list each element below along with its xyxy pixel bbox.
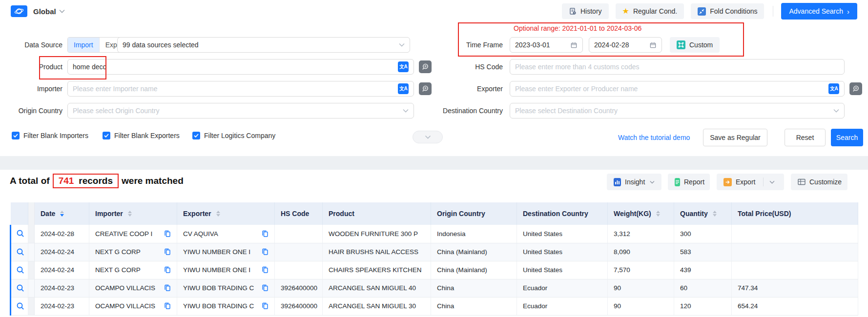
sort-icon[interactable]	[60, 211, 64, 217]
copy-icon[interactable]	[262, 230, 269, 238]
report-button[interactable]: Report	[668, 174, 710, 190]
sort-icon[interactable]	[128, 211, 132, 217]
checkbox-label: Filter Blank Importers	[23, 132, 88, 139]
table-row[interactable]: 2024-02-24 NEXT G CORP YIWU NUMBER ONE I…	[11, 243, 858, 261]
row-gutter	[28, 297, 35, 315]
copy-icon[interactable]	[164, 284, 171, 292]
copy-icon[interactable]	[164, 302, 171, 310]
cell-date: 2024-02-23	[35, 297, 89, 315]
chevron-down-icon[interactable]	[769, 180, 775, 184]
cell-exporter: CV AQUIVA	[177, 225, 275, 243]
time-frame-label: Time Frame	[430, 37, 503, 53]
end-date-input[interactable]: 2024-02-28	[589, 37, 662, 53]
hs-code-input[interactable]	[515, 59, 839, 74]
region-selector[interactable]: Global	[33, 7, 56, 16]
copy-icon[interactable]	[164, 248, 171, 256]
cell-exporter: YIWU NUMBER ONE I	[177, 243, 275, 261]
copy-icon[interactable]	[262, 284, 269, 292]
column-header-weight-kg[interactable]: Weight(KG)	[608, 202, 674, 225]
history-button[interactable]: History	[562, 3, 609, 19]
search-button[interactable]: Search	[831, 129, 863, 146]
exporter-input[interactable]	[515, 81, 828, 96]
save-as-regular-button[interactable]: Save as Regular	[703, 129, 767, 146]
chevron-down-icon[interactable]	[59, 9, 65, 13]
table-row[interactable]: 2024-02-23 OCAMPO VILLACIS YIWU BOB TRAD…	[11, 297, 858, 315]
filter-blank-exporters-checkbox[interactable]: Filter Blank Exporters	[103, 132, 180, 139]
copy-icon[interactable]	[262, 302, 269, 310]
search-icon[interactable]	[16, 284, 25, 293]
import-tab[interactable]: Import	[68, 38, 99, 52]
product-input[interactable]	[73, 59, 398, 74]
row-detail-cell[interactable]	[11, 297, 28, 315]
product-label: Product	[0, 59, 62, 75]
search-icon[interactable]	[16, 266, 25, 275]
copy-icon[interactable]	[262, 248, 269, 256]
checkbox-label: Filter Blank Exporters	[114, 132, 180, 139]
translate-icon[interactable]: 文A	[398, 61, 409, 72]
optional-range-text: Optional range: 2021-01-01 to 2024-03-06	[514, 24, 641, 32]
copy-icon[interactable]	[164, 230, 171, 238]
cell-quantity: 583	[674, 243, 732, 261]
row-detail-cell[interactable]	[11, 279, 28, 297]
column-label: Origin Country	[437, 210, 485, 218]
cell-date: 2024-02-24	[35, 243, 89, 261]
custom-range-button[interactable]: Custom	[670, 37, 720, 53]
cell-product: HAIR BRUSHS NAIL ACCESS	[323, 243, 431, 261]
row-detail-cell[interactable]	[11, 243, 28, 261]
data-sources-dropdown[interactable]: 99 data sources selected	[117, 37, 410, 53]
cell-hs-code	[275, 243, 323, 261]
copy-icon[interactable]	[262, 266, 269, 274]
column-header-date[interactable]: Date	[35, 202, 89, 225]
cell-quantity: 439	[674, 261, 732, 279]
fold-conditions-button[interactable]: Fold Conditions	[691, 3, 764, 19]
collapse-conditions-pill[interactable]	[413, 131, 443, 143]
column-header-exporter[interactable]: Exporter	[177, 202, 275, 225]
importer-input[interactable]	[73, 81, 398, 96]
table-row[interactable]: 2024-02-28 CREATIVE COOP I CV AQUIVA WOO…	[11, 225, 858, 243]
export-button[interactable]: Export	[717, 174, 784, 190]
exact-match-icon[interactable]	[849, 82, 862, 95]
row-detail-cell[interactable]	[11, 225, 28, 243]
data-source-label: Data Source	[0, 37, 62, 53]
start-date-input[interactable]: 2023-03-01	[510, 37, 583, 53]
cell-total-price	[732, 225, 858, 243]
row-detail-cell[interactable]	[11, 261, 28, 279]
column-header-destination-country: Destination Country	[517, 202, 608, 225]
search-icon[interactable]	[16, 248, 25, 257]
reset-button[interactable]: Reset	[785, 129, 826, 146]
cell-origin-country: China	[431, 279, 517, 297]
regular-cond-button[interactable]: ★ Regular Cond.	[616, 3, 684, 19]
destination-country-select[interactable]: Please select Destination Country	[510, 103, 845, 119]
translate-icon[interactable]: 文A	[398, 83, 409, 94]
export-label: Export	[736, 178, 755, 186]
translate-icon[interactable]: 文A	[828, 83, 839, 94]
fold-icon	[698, 7, 706, 16]
tutorial-demo-link[interactable]: Watch the tutorial demo	[618, 134, 690, 141]
filter-blank-importers-checkbox[interactable]: Filter Blank Importers	[12, 132, 88, 139]
table-row[interactable]: 2024-02-24 NEXT G CORP YIWU NUMBER ONE I…	[11, 261, 858, 279]
summary-prefix: A total of	[10, 176, 50, 186]
sort-icon[interactable]	[656, 211, 660, 217]
checkbox-checked-icon	[192, 132, 200, 139]
search-icon[interactable]	[16, 229, 25, 238]
copy-icon[interactable]	[164, 266, 171, 274]
filter-logitics-company-checkbox[interactable]: Filter Logitics Company	[192, 132, 275, 139]
sort-icon[interactable]	[216, 211, 220, 217]
cell-destination-country: United States	[517, 225, 608, 243]
advanced-search-button[interactable]: Advanced Search ›	[781, 3, 857, 20]
row-gutter	[28, 225, 35, 243]
search-icon[interactable]	[16, 302, 25, 311]
report-label: Report	[684, 178, 704, 186]
origin-country-select[interactable]: Please select Origin Country	[67, 103, 414, 119]
insight-button[interactable]: Insight	[607, 174, 661, 190]
column-header-quantity[interactable]: Quantity	[674, 202, 732, 225]
exporter-field: 文A	[510, 81, 845, 97]
customize-button[interactable]: Customize	[791, 174, 847, 190]
column-header-importer[interactable]: Importer	[89, 202, 177, 225]
summary-suffix: were matched	[122, 176, 184, 186]
cell-importer: OCAMPO VILLACIS	[89, 297, 177, 315]
cell-destination-country: Ecuador	[517, 279, 608, 297]
sort-icon[interactable]	[713, 211, 717, 217]
cell-total-price: 747.34	[732, 279, 858, 297]
table-row[interactable]: 2024-02-23 OCAMPO VILLACIS YIWU BOB TRAD…	[11, 279, 858, 297]
